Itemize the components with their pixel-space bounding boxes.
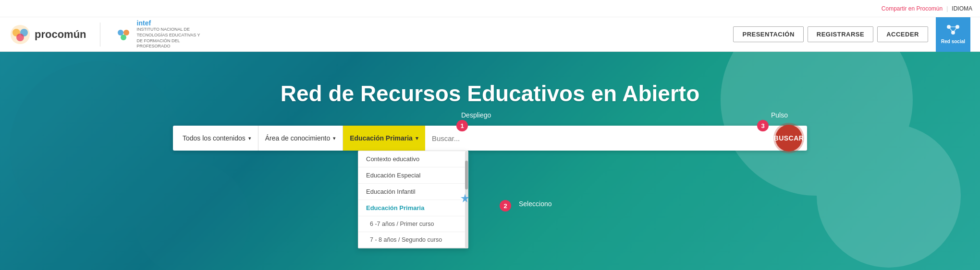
svg-line-11 (949, 27, 953, 33)
intef-full-name: INSTITUTO NACIONAL DE TECNOLOGÍAS EDUCAT… (137, 27, 204, 49)
hero-content: Red de Recursos Educativos en Abierto De… (0, 52, 980, 151)
hero-title: Red de Recursos Educativos en Abierto (281, 81, 700, 106)
red-social-button[interactable]: Red social (936, 17, 970, 52)
edu-filter[interactable]: Educación Primaria (343, 126, 425, 151)
top-bar-links: Compartir en Procomún | IDIOMA (882, 5, 972, 12)
search-bar: Todos los contenidos Área de conocimient… (173, 126, 807, 151)
search-button[interactable]: Buscar (775, 125, 802, 152)
header-nav: PRESENTACIÓN REGISTRARSE ACCEDER Red soc… (733, 17, 970, 52)
badge-3: 3 (757, 120, 769, 131)
badge-1: 1 (456, 120, 468, 131)
dropdown-item-infantil[interactable]: Educación Infantil (358, 184, 468, 200)
header: procomún intef INSTITUTO NACIONAL DE TEC… (0, 17, 980, 52)
svg-point-3 (16, 34, 24, 41)
acceder-button[interactable]: ACCEDER (877, 26, 928, 42)
svg-line-12 (953, 27, 957, 33)
procomun-icon (10, 24, 31, 45)
annotation-despliego: Despliego (461, 111, 491, 119)
logo-divider (100, 23, 100, 47)
presentacion-button[interactable]: PRESENTACIÓN (733, 26, 803, 42)
edu-dropdown: Contexto educativo Educación Especial Ed… (358, 151, 468, 248)
procomun-text: procomún (35, 28, 86, 41)
svg-marker-17 (461, 194, 469, 202)
badge-2: 2 (500, 200, 511, 211)
annotation-selecciono: Selecciono (519, 200, 552, 208)
idioma-link[interactable]: IDIOMA (952, 5, 972, 12)
intef-abbr: intef (137, 19, 204, 27)
hero-section: Red de Recursos Educativos en Abierto De… (0, 52, 980, 270)
top-bar-divider: | (946, 5, 948, 12)
dropdown-item-especial[interactable]: Educación Especial (358, 167, 468, 184)
svg-point-5 (123, 30, 129, 35)
intef-icon (114, 25, 133, 44)
content-filter[interactable]: Todos los contenidos (176, 126, 258, 151)
dropdown-item-7-8[interactable]: 7 - 8 años / Segundo curso (358, 232, 468, 248)
share-link[interactable]: Compartir en Procomún (882, 5, 943, 12)
annotation-pulso: Pulso (771, 111, 788, 119)
dropdown-item-contexto[interactable]: Contexto educativo (358, 151, 468, 167)
logo-intef[interactable]: intef INSTITUTO NACIONAL DE TECNOLOGÍAS … (114, 19, 204, 49)
area-filter[interactable]: Área de conocimiento (258, 126, 343, 151)
dropdown-item-6-7[interactable]: 6 -7 años / Primer curso (358, 216, 468, 232)
header-logos: procomún intef INSTITUTO NACIONAL DE TEC… (10, 19, 733, 49)
svg-point-4 (118, 30, 123, 35)
dropdown-item-primaria[interactable]: Educación Primaria (358, 200, 468, 216)
logo-procomun[interactable]: procomún (10, 24, 86, 45)
red-social-label: Red social (941, 39, 965, 44)
intef-text-wrapper: intef INSTITUTO NACIONAL DE TECNOLOGÍAS … (137, 19, 204, 49)
registrarse-button[interactable]: REGISTRARSE (808, 26, 873, 42)
top-bar: Compartir en Procomún | IDIOMA (0, 0, 980, 17)
svg-point-6 (121, 35, 126, 40)
red-social-icon (946, 24, 960, 38)
cursor-click-effect (460, 194, 470, 203)
search-bar-wrapper: Despliego 1 Pulso 3 Todos los contenidos… (173, 126, 807, 151)
dropdown-scrollbar-thumb (465, 161, 468, 189)
search-input[interactable] (425, 126, 775, 151)
